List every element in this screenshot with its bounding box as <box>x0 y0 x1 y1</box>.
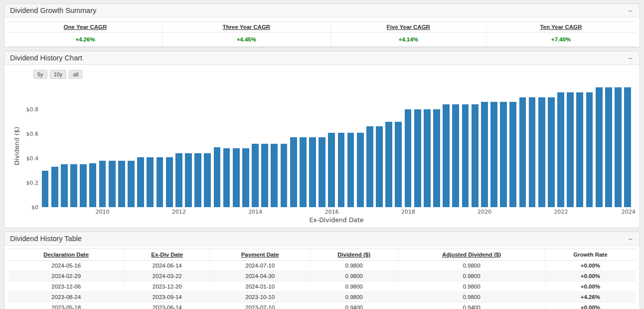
dividend-bar[interactable] <box>99 161 106 207</box>
bar-slot <box>613 85 623 207</box>
range-button-10y[interactable]: 10y <box>50 70 67 79</box>
dividend-bar[interactable] <box>252 144 259 207</box>
dividend-bar[interactable] <box>424 109 431 207</box>
growth-rate-cell: +4.26% <box>545 292 636 303</box>
history-column-header[interactable]: Growth Rate <box>545 249 636 261</box>
summary-cagr-value: +4.45% <box>162 32 330 47</box>
dividend-bar[interactable] <box>118 161 125 207</box>
dividend-bar[interactable] <box>548 97 555 208</box>
summary-value-row: +4.26%+4.45%+4.14%+7.40% <box>8 32 636 47</box>
history-table-body: Declaration DateEx-Div DatePayment DateD… <box>4 246 640 309</box>
dividend-bar[interactable] <box>194 153 201 207</box>
dividend-bar[interactable] <box>281 144 288 207</box>
growth-rate-cell: +0.00% <box>545 282 636 292</box>
summary-column-header[interactable]: One Year CAGR <box>8 22 162 32</box>
dividend-bar[interactable] <box>214 147 221 207</box>
dividend-bar[interactable] <box>414 109 421 207</box>
dividend-bar[interactable] <box>452 104 459 207</box>
table-row[interactable]: 2024-05-162024-06-142024-07-100.98000.98… <box>8 261 636 271</box>
dividend-bar[interactable] <box>395 122 402 208</box>
table-row[interactable]: 2023-08-242023-09-142023-10-100.98000.98… <box>8 292 636 303</box>
history-column-label: Payment Date <box>241 252 279 258</box>
table-row[interactable]: 2023-12-062023-12-202024-01-100.98000.98… <box>8 282 636 292</box>
bar-slot <box>432 85 441 207</box>
dividend-bar[interactable] <box>137 157 144 207</box>
x-tick-label: 2020 <box>478 209 491 215</box>
dividend-bar[interactable] <box>385 122 392 208</box>
dividend-bar[interactable] <box>319 137 325 207</box>
history-column-header[interactable]: Ex-Div Date <box>124 249 210 261</box>
dividend-bar[interactable] <box>233 148 240 207</box>
summary-panel-header: Dividend Growth Summary − <box>4 4 640 17</box>
dividend-bar[interactable] <box>261 144 268 207</box>
dividend-bar[interactable] <box>300 137 307 207</box>
dividend-bar[interactable] <box>223 148 230 207</box>
dividend-bar[interactable] <box>472 104 479 207</box>
dividend-bar[interactable] <box>605 87 612 207</box>
dividend-bar[interactable] <box>80 164 87 207</box>
dividend-bar[interactable] <box>147 157 154 207</box>
dividend-bar[interactable] <box>557 92 564 207</box>
dividend-bar[interactable] <box>328 133 335 207</box>
dividend-bar[interactable] <box>366 126 373 207</box>
dividend-bar[interactable] <box>347 133 354 207</box>
history-column-header[interactable]: Declaration Date <box>8 249 124 261</box>
dividend-bar[interactable] <box>157 157 163 207</box>
dividend-bar[interactable] <box>376 126 383 207</box>
dividend-bar[interactable] <box>175 153 182 207</box>
bar-slot <box>594 85 604 207</box>
dividend-bar[interactable] <box>309 137 316 207</box>
dividend-bar[interactable] <box>615 87 622 207</box>
bar-slot <box>480 85 489 207</box>
range-button-all[interactable]: all <box>69 70 82 79</box>
history-column-header[interactable]: Dividend ($) <box>310 249 398 261</box>
dividend-bar[interactable] <box>567 92 574 207</box>
dividend-bar[interactable] <box>128 161 135 207</box>
table-cell: 2024-02-29 <box>8 271 124 282</box>
dividend-bar[interactable] <box>576 92 583 207</box>
summary-collapse-button[interactable]: − <box>627 7 634 14</box>
dividend-bar[interactable] <box>596 87 603 207</box>
table-row[interactable]: 2023-05-182023-06-142023-07-100.94000.94… <box>8 303 636 309</box>
dividend-history-chart-panel: Dividend History Chart − 5y10yall Divide… <box>4 51 640 228</box>
dividend-bar[interactable] <box>586 92 593 207</box>
table-collapse-button[interactable]: − <box>627 235 634 243</box>
dividend-bar[interactable] <box>51 167 58 207</box>
dividend-bar[interactable] <box>519 97 526 208</box>
chart-collapse-button[interactable]: − <box>627 54 634 62</box>
dividend-bar[interactable] <box>89 163 96 207</box>
dividend-bar[interactable] <box>242 148 249 207</box>
dividend-bar[interactable] <box>109 161 116 207</box>
dividend-bar[interactable] <box>204 153 211 207</box>
history-column-header[interactable]: Adjusted Dividend ($) <box>398 249 545 261</box>
dividend-bar[interactable] <box>61 164 68 207</box>
summary-cagr-value: +4.26% <box>8 32 162 47</box>
dividend-growth-summary-panel: Dividend Growth Summary − One Year CAGRT… <box>4 3 640 47</box>
dividend-bar[interactable] <box>624 87 631 207</box>
dividend-bar[interactable] <box>433 109 440 207</box>
dividend-bar[interactable] <box>290 137 297 207</box>
dividend-bar[interactable] <box>70 164 77 207</box>
dividend-bar[interactable] <box>271 144 278 207</box>
summary-column-header[interactable]: Ten Year CAGR <box>486 22 636 32</box>
dividend-bar[interactable] <box>509 102 516 207</box>
dividend-bar[interactable] <box>490 102 497 207</box>
dividend-bar[interactable] <box>42 171 49 208</box>
dividend-bar[interactable] <box>462 104 469 207</box>
chart-panel-header: Dividend History Chart − <box>4 51 640 65</box>
dividend-bar[interactable] <box>166 157 173 207</box>
range-button-5y[interactable]: 5y <box>33 70 47 79</box>
dividend-bar[interactable] <box>529 97 536 208</box>
summary-column-header[interactable]: Three Year CAGR <box>162 22 330 32</box>
dividend-bar[interactable] <box>500 102 507 207</box>
table-row[interactable]: 2024-02-292024-03-222024-04-300.98000.98… <box>8 271 636 282</box>
dividend-bar[interactable] <box>338 133 345 207</box>
dividend-bar[interactable] <box>443 104 450 207</box>
dividend-bar[interactable] <box>185 153 192 207</box>
dividend-bar[interactable] <box>357 133 364 207</box>
history-column-header[interactable]: Payment Date <box>210 249 310 261</box>
dividend-bar[interactable] <box>538 97 545 208</box>
dividend-bar[interactable] <box>481 102 488 207</box>
summary-column-header[interactable]: Five Year CAGR <box>330 22 486 32</box>
dividend-bar[interactable] <box>405 109 412 207</box>
